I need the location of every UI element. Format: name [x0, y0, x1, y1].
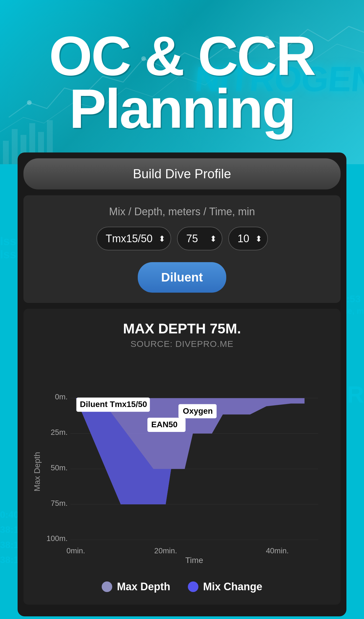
config-panel: Mix / Depth, meters / Time, min Tmx15/50…: [23, 195, 341, 303]
svg-text:40min.: 40min.: [266, 546, 289, 555]
config-label: Mix / Depth, meters / Time, min: [32, 206, 332, 218]
legend-max-depth: Max Depth: [102, 581, 170, 593]
dive-profile-chart: Max Depth 0m. 25m. 50m. 75m. 100m. 0min.…: [32, 361, 332, 572]
svg-point-0: [27, 100, 32, 105]
y-axis-label: Max Depth: [33, 452, 42, 491]
mix-selector-wrapper[interactable]: Tmx15/50 Air EAN32 EAN50 Oxygen: [96, 227, 171, 250]
config-controls: Tmx15/50 Air EAN32 EAN50 Oxygen 50 60 70…: [32, 227, 332, 250]
svg-text:75m.: 75m.: [51, 499, 68, 508]
svg-text:0min.: 0min.: [67, 546, 85, 555]
svg-text:Time: Time: [185, 556, 203, 565]
build-profile-button[interactable]: Build Dive Profile: [23, 158, 341, 189]
chart-area: Max Depth 0m. 25m. 50m. 75m. 100m. 0min.…: [32, 361, 332, 572]
svg-text:100m.: 100m.: [47, 534, 68, 543]
app-header: NITROGEN OC & CCR Planning: [0, 0, 364, 164]
mix-selector[interactable]: Tmx15/50 Air EAN32 EAN50 Oxygen: [96, 227, 171, 250]
mix-change-dot: [188, 581, 198, 592]
svg-rect-6: [12, 129, 18, 164]
legend-mix-change: Mix Change: [188, 581, 262, 593]
svg-text:25m.: 25m.: [51, 428, 68, 437]
chart-panel: MAX DEPTH 75M. SOURCE: DIVEPRO.ME Max De…: [23, 309, 341, 605]
mix-change-label: Mix Change: [203, 581, 262, 593]
time-selector[interactable]: 5 10 15 20 25 30: [228, 227, 268, 250]
main-card: Build Dive Profile Mix / Depth, meters /…: [18, 152, 346, 616]
time-selector-wrapper[interactable]: 5 10 15 20 25 30: [228, 227, 268, 250]
max-depth-label: Max Depth: [117, 581, 170, 593]
max-depth-dot: [102, 581, 112, 592]
chart-legend: Max Depth Mix Change: [32, 581, 332, 593]
oxygen-annotation-text: Oxygen: [183, 406, 213, 416]
depth-selector[interactable]: 50 60 70 75 80 90 100: [177, 227, 222, 250]
svg-text:20min.: 20min.: [154, 546, 177, 555]
svg-text:0m.: 0m.: [55, 392, 67, 401]
svg-rect-5: [3, 141, 9, 164]
depth-selector-wrapper[interactable]: 50 60 70 75 80 90 100: [177, 227, 222, 250]
diluent-button[interactable]: Diluent: [138, 262, 226, 293]
app-title: OC & CCR Planning: [31, 29, 332, 135]
chart-title: MAX DEPTH 75M.: [32, 320, 332, 337]
diluent-annotation-text: Diluent Tmx15/50: [80, 400, 147, 409]
ean50-annotation-text: EAN50: [151, 420, 178, 429]
chart-subtitle: SOURCE: DIVEPRO.ME: [32, 339, 332, 349]
svg-text:50m.: 50m.: [51, 463, 68, 472]
